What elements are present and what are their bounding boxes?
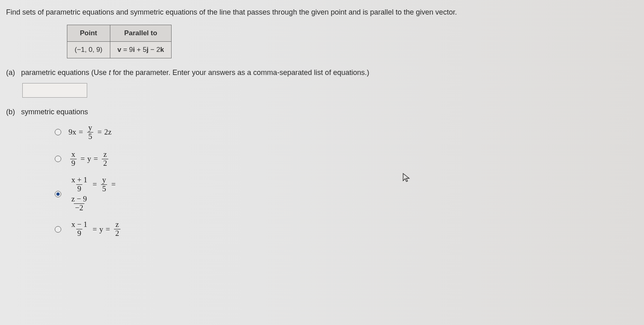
opt1-rhs: 2z: [104, 128, 112, 137]
radio-option-1[interactable]: [55, 129, 61, 135]
opt4-den1: 9: [76, 229, 83, 238]
opt3-eq2: =: [111, 180, 116, 189]
opt1-den1: 5: [87, 132, 94, 141]
radio-option-3[interactable]: [55, 191, 61, 197]
part-a: (a) parametric equations (Use t for the …: [6, 68, 638, 77]
option-4-equation: x − 1 9 = y = z 2: [69, 220, 122, 238]
opt2-mid: y: [87, 154, 91, 163]
vector-minus2: − 2: [148, 46, 160, 53]
opt1-num1: y: [87, 124, 94, 132]
part-a-label: (a): [6, 68, 15, 77]
option-2[interactable]: x 9 = y = z 2: [55, 149, 638, 169]
vector-eq9: = 9: [121, 46, 133, 53]
opt3-frac1: x + 1 9: [70, 176, 88, 193]
table-cell-point: (−1, 0, 9): [67, 42, 110, 58]
option-4[interactable]: x − 1 9 = y = z 2: [55, 220, 638, 239]
table-cell-vector: v = 9i + 5j − 2k: [110, 42, 172, 58]
opt3-stacked: x + 1 9 = y 5 = z − 9 −2: [69, 176, 118, 212]
table-header-point: Point: [67, 25, 110, 42]
opt4-den2: 2: [114, 229, 120, 238]
opt4-num1: x − 1: [70, 220, 88, 229]
opt3-eq1: =: [92, 180, 97, 189]
opt2-den1: 9: [70, 159, 77, 168]
opt3-den3: −2: [74, 203, 84, 212]
opt3-den1: 9: [76, 184, 83, 193]
opt2-eq2: =: [94, 154, 98, 163]
opt1-frac1: y 5: [87, 124, 94, 141]
option-1[interactable]: 9x = y 5 = 2z: [55, 122, 638, 142]
part-a-text2: for the parameter. Enter your answers as…: [111, 68, 369, 77]
option-3-equation: x + 1 9 = y 5 = z − 9 −2: [69, 176, 118, 212]
opt3-frac2: y 5: [101, 176, 107, 193]
parametric-answer-input[interactable]: [22, 83, 87, 98]
vector-plus5: + 5: [135, 46, 147, 53]
opt3-den2: 5: [101, 184, 107, 193]
opt2-den2: 2: [102, 159, 108, 168]
opt2-num2: z: [102, 150, 108, 159]
opt3-num3: z − 9: [70, 195, 88, 203]
opt1-lhs: 9x: [69, 128, 76, 137]
opt4-mid: y: [99, 225, 103, 234]
radio-option-2[interactable]: [55, 156, 61, 162]
opt4-frac2: z 2: [114, 220, 120, 238]
part-a-text1: parametric equations (Use: [21, 68, 109, 77]
opt4-eq1: =: [92, 225, 97, 234]
opt4-frac1: x − 1 9: [70, 220, 88, 238]
opt1-eq1: =: [79, 128, 83, 137]
vector-v: v: [118, 46, 121, 53]
table-header-parallel: Parallel to: [110, 25, 172, 42]
opt4-eq2: =: [105, 225, 110, 234]
part-b-label: (b): [6, 108, 15, 116]
opt2-frac2: z 2: [102, 150, 108, 168]
opt3-num1: x + 1: [70, 176, 88, 184]
symmetric-options: 9x = y 5 = 2z x 9 = y = z 2: [55, 122, 638, 239]
opt4-num2: z: [114, 220, 120, 229]
question-prompt: Find sets of parametric equations and sy…: [6, 8, 638, 17]
part-b-text: symmetric equations: [21, 108, 88, 116]
vector-k: k: [160, 46, 164, 53]
part-b: (b) symmetric equations: [6, 108, 638, 116]
option-2-equation: x 9 = y = z 2: [69, 150, 110, 168]
opt2-eq1: =: [81, 154, 85, 163]
opt3-num2: y: [101, 176, 107, 184]
cursor-icon: [402, 173, 410, 186]
option-1-equation: 9x = y 5 = 2z: [69, 124, 112, 141]
given-data-table: Point Parallel to (−1, 0, 9) v = 9i + 5j…: [67, 25, 172, 58]
opt3-frac3: z − 9 −2: [70, 195, 88, 212]
radio-option-4[interactable]: [55, 226, 61, 233]
option-3[interactable]: x + 1 9 = y 5 = z − 9 −2: [55, 176, 638, 212]
opt2-num1: x: [70, 150, 77, 159]
opt1-eq2: =: [97, 128, 102, 137]
opt2-frac1: x 9: [70, 150, 77, 168]
